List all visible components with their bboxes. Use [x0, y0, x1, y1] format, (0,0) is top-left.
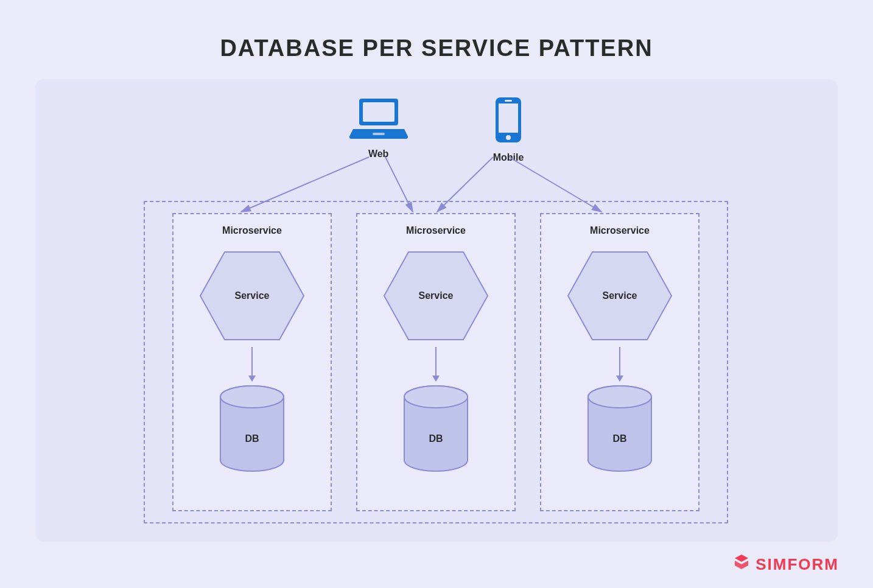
client-web-label: Web: [368, 149, 388, 159]
service-label: Service: [235, 290, 270, 301]
brand-mark-icon: [732, 553, 751, 576]
database-cylinder: DB: [583, 383, 656, 475]
services-row: Microservice Service DB: [145, 213, 727, 511]
microservice-title: Microservice: [590, 225, 650, 236]
service-hexagon: Service: [197, 247, 307, 345]
laptop-icon: [349, 96, 408, 142]
brand-text: SIMFORM: [756, 555, 839, 574]
arrow-down-icon: [619, 347, 620, 381]
page-title: DATABASE PER SERVICE PATTERN: [0, 0, 873, 61]
microservice-box: Microservice Service DB: [356, 213, 516, 511]
svg-point-13: [220, 386, 284, 408]
microservice-title: Microservice: [222, 225, 282, 236]
db-label: DB: [429, 433, 443, 444]
client-web: Web: [349, 96, 408, 163]
microservice-box: Microservice Service DB: [172, 213, 332, 511]
svg-point-5: [506, 135, 511, 140]
arrow-down-icon: [435, 347, 436, 381]
client-mobile-label: Mobile: [493, 152, 524, 163]
db-label: DB: [612, 433, 626, 444]
brand-logo: SIMFORM: [732, 553, 839, 576]
microservice-box: Microservice Service DB: [540, 213, 699, 511]
svg-point-16: [404, 386, 468, 408]
clients-row: Web Mobile: [35, 96, 838, 163]
service-hexagon: Service: [565, 247, 675, 345]
arrow-down-icon: [251, 347, 253, 381]
svg-rect-4: [499, 103, 518, 133]
db-label: DB: [245, 433, 259, 444]
client-mobile: Mobile: [493, 96, 524, 163]
services-container: Microservice Service DB: [144, 201, 728, 523]
database-cylinder: DB: [399, 383, 472, 475]
microservice-title: Microservice: [406, 225, 466, 236]
database-cylinder: DB: [216, 383, 289, 475]
svg-rect-2: [373, 133, 385, 135]
svg-rect-6: [505, 100, 512, 102]
service-label: Service: [419, 290, 454, 301]
svg-point-19: [588, 386, 651, 408]
service-hexagon: Service: [381, 247, 491, 345]
diagram-panel: Web Mobile: [35, 79, 838, 542]
service-label: Service: [603, 290, 637, 301]
mobile-icon: [493, 96, 524, 146]
svg-rect-1: [363, 102, 394, 122]
